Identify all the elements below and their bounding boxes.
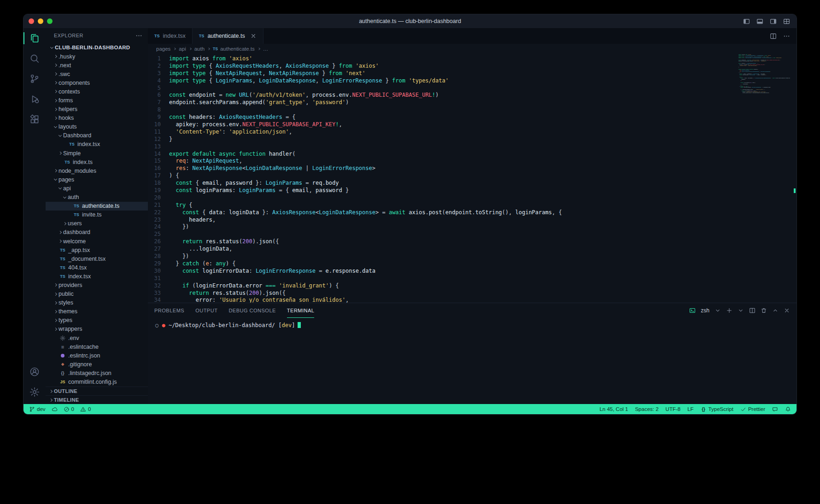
status-warnings[interactable]: 0 [80, 406, 91, 412]
tree-folder-node_modules[interactable]: node_modules [46, 166, 148, 175]
tree-file-.eslintcache[interactable]: ≡.eslintcache [46, 342, 148, 351]
code-line[interactable]: 17) { [148, 172, 737, 180]
status-cursor-position[interactable]: Ln 45, Col 1 [599, 406, 628, 412]
status-language-mode[interactable]: {}TypeScript [701, 406, 733, 412]
code-line[interactable]: 9const headers: AxiosRequestHeaders = { [148, 114, 737, 121]
kill-terminal-icon[interactable] [761, 307, 767, 314]
code-line[interactable]: 26 return res.status(200).json({ [148, 238, 737, 246]
code-line[interactable]: 31 [148, 275, 737, 282]
tree-file-.lintstagedrc.json[interactable]: {}.lintstagedrc.json [46, 369, 148, 377]
breadcrumb-item-…[interactable]: … [263, 46, 269, 52]
minimize-window-button[interactable] [38, 18, 43, 24]
tree-file-_app.tsx[interactable]: TS_app.tsx [46, 246, 148, 254]
code-line[interactable]: 3import type { NextApiRequest, NextApiRe… [148, 70, 737, 77]
layout-sidebar-left-icon[interactable] [743, 18, 750, 25]
code-line[interactable]: 11 'Content-Type': 'application/json', [148, 129, 737, 136]
code-line[interactable]: 29 } catch (e: any) { [148, 260, 737, 268]
maximize-panel-icon[interactable] [772, 307, 779, 314]
code-line[interactable]: 28 }) [148, 253, 737, 260]
more-icon[interactable] [135, 32, 142, 39]
code-line[interactable]: 19 const loginParams: LoginParams = { em… [148, 187, 737, 194]
status-notifications[interactable] [785, 406, 791, 412]
code-line[interactable]: 22 const { data: loginData }: AxiosRespo… [148, 209, 737, 217]
code-line[interactable]: 30 const loginErrorData: LoginErrorRespo… [148, 268, 737, 275]
status-branch[interactable]: dev [29, 406, 46, 412]
status-errors[interactable]: 0 [64, 406, 74, 412]
code-line[interactable]: 14export default async function handler( [148, 151, 737, 158]
tree-file-404.tsx[interactable]: TS404.tsx [46, 263, 148, 272]
breadcrumb-item-api[interactable]: api [179, 46, 186, 52]
editor[interactable]: 1import axios from 'axios'2import type {… [148, 54, 797, 303]
tree-folder-helpers[interactable]: helpers [46, 105, 148, 114]
tree-folder-.next[interactable]: .next [46, 61, 148, 70]
activity-settings[interactable] [23, 382, 46, 402]
split-terminal-icon[interactable] [749, 307, 756, 314]
shell-label[interactable]: zsh [701, 307, 709, 314]
tab-authenticate.ts[interactable]: TSauthenticate.ts [193, 28, 264, 44]
tree-folder-themes[interactable]: themes [46, 307, 148, 316]
code-line[interactable]: 23 headers, [148, 217, 737, 224]
code-line[interactable]: 24 }) [148, 223, 737, 231]
activity-search[interactable] [23, 48, 46, 69]
layout-sidebar-right-icon[interactable] [770, 18, 777, 25]
terminal-profile-icon[interactable] [689, 307, 696, 314]
status-eol[interactable]: LF [687, 406, 693, 412]
tree-file-.eslintrc.json[interactable]: .eslintrc.json [46, 351, 148, 360]
new-terminal-icon[interactable] [726, 307, 732, 314]
code-line[interactable]: 2import type { AxiosRequestHeaders, Axio… [148, 63, 737, 70]
section-outline[interactable]: OUTLINE [46, 387, 148, 395]
code-line[interactable]: 5 [148, 85, 737, 92]
activity-source-control[interactable] [23, 69, 46, 89]
tree-file-.gitignore[interactable]: ◆.gitignore [46, 360, 148, 369]
tree-folder-contexts[interactable]: contexts [46, 87, 148, 96]
activity-extensions[interactable] [23, 109, 46, 129]
zoom-window-button[interactable] [47, 18, 53, 24]
code-line[interactable]: 27 ...loginData, [148, 246, 737, 253]
tree-file-.env[interactable]: .env [46, 334, 148, 342]
code-line[interactable]: 10 apikey: process.env.NEXT_PUBLIC_SUPAB… [148, 121, 737, 129]
tree-folder-forms[interactable]: forms [46, 96, 148, 105]
tree-folder-welcome[interactable]: welcome [46, 237, 148, 246]
code-line[interactable]: 7endpoint.searchParams.append('grant_typ… [148, 99, 737, 106]
editor-scrollbar[interactable] [791, 54, 797, 303]
breadcrumb-item-authenticate.ts[interactable]: TSauthenticate.ts [213, 46, 255, 52]
code-line[interactable]: 21 try { [148, 202, 737, 209]
panel-tab-terminal[interactable]: TERMINAL [287, 303, 315, 318]
tree-folder-.husky[interactable]: .husky [46, 52, 148, 61]
tree-folder-layouts[interactable]: layouts [46, 123, 148, 131]
code-line[interactable]: 12} [148, 136, 737, 143]
status-indentation[interactable]: Spaces: 2 [635, 406, 658, 412]
status-publish-branch[interactable] [52, 406, 58, 412]
activity-explorer[interactable] [23, 28, 46, 48]
panel-tab-problems[interactable]: PROBLEMS [154, 303, 184, 318]
tree-folder-pages[interactable]: pages [46, 175, 148, 184]
tree-folder-.swc[interactable]: .swc [46, 70, 148, 78]
code-line[interactable]: 4import type { LoginParams, LoginDataRes… [148, 77, 737, 85]
tree-folder-types[interactable]: types [46, 316, 148, 325]
breadcrumb-item-auth[interactable]: auth [194, 46, 205, 52]
panel-tab-output[interactable]: OUTPUT [195, 303, 217, 318]
code-line[interactable]: 16 res: NextApiResponse<LoginDataRespons… [148, 165, 737, 172]
code-line[interactable]: 34 error: 'Usuario y/o contraseña son in… [148, 297, 737, 303]
tree-folder-dashboard[interactable]: dashboard [46, 228, 148, 237]
panel-tab-debug-console[interactable]: DEBUG CONSOLE [228, 303, 275, 318]
profile-chevron-icon[interactable] [715, 307, 721, 314]
status-formatter[interactable]: Prettier [740, 406, 765, 412]
more-icon[interactable] [783, 33, 790, 40]
activity-accounts[interactable] [23, 362, 46, 382]
tree-folder-hooks[interactable]: hooks [46, 114, 148, 123]
terminal[interactable]: ○ ● ~/Desktop/club-berlin-dashboard/ [de… [148, 318, 797, 404]
code-line[interactable]: 32 if (loginErrorData.error === 'invalid… [148, 282, 737, 290]
tree-folder-components[interactable]: components [46, 78, 148, 87]
code-line[interactable]: 6const endpoint = new URL('/auth/v1/toke… [148, 92, 737, 99]
minimap[interactable]: 1import axios from 'axios'2import type {… [738, 54, 790, 303]
tree-file-authenticate.ts[interactable]: TSauthenticate.ts [46, 202, 148, 211]
tree-file-invite.ts[interactable]: TSinvite.ts [46, 211, 148, 219]
section-timeline[interactable]: TIMELINE [46, 395, 148, 404]
close-window-button[interactable] [29, 18, 34, 24]
tree-folder-auth[interactable]: auth [46, 193, 148, 202]
project-root-row[interactable]: CLUB-BERLIN-DASHBOARD [46, 43, 148, 52]
code-line[interactable]: 1import axios from 'axios' [148, 55, 737, 63]
tree-file-index.tsx[interactable]: TSindex.tsx [46, 140, 148, 149]
tree-folder-api[interactable]: api [46, 184, 148, 193]
